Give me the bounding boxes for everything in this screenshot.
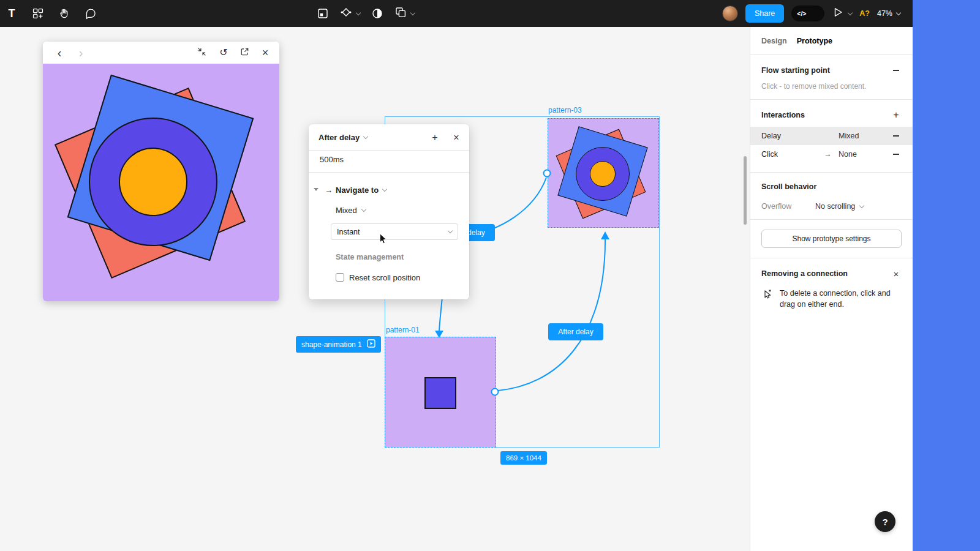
expander-caret-icon[interactable] [314, 188, 318, 191]
destination-dropdown[interactable]: Mixed [336, 206, 357, 215]
tip-body-text: To delete a connection, click and drag o… [780, 288, 902, 310]
zoom-level: 47% [877, 9, 892, 18]
divider [309, 150, 469, 151]
action-dropdown[interactable]: Navigate to [336, 186, 379, 195]
boolean-shapes-control[interactable] [394, 6, 415, 21]
close-icon: × [894, 269, 899, 279]
overflow-dropdown[interactable]: No scrolling [815, 202, 864, 211]
tab-prototype[interactable]: Prototype [797, 37, 832, 45]
user-avatar[interactable] [722, 6, 738, 21]
assets-icon [32, 7, 44, 20]
chevron-down-icon [848, 10, 853, 15]
interaction-trigger-dropdown[interactable]: After delay [318, 133, 360, 142]
frame-pattern-03[interactable] [548, 118, 659, 228]
dev-mode-icon: </> [797, 10, 806, 17]
zoom-menu[interactable]: 47% [877, 9, 900, 18]
connection-label-after-delay-2[interactable]: After delay [548, 323, 603, 340]
show-prototype-settings-button[interactable]: Show prototype settings [761, 230, 902, 248]
preview-close-button[interactable]: × [258, 46, 272, 59]
comment-icon [85, 7, 97, 20]
indigo-square-shape[interactable] [424, 377, 456, 409]
navigate-arrow-icon: → [325, 186, 333, 195]
overflow-value: No scrolling [815, 202, 855, 211]
preview-forward-button[interactable]: › [74, 46, 88, 59]
share-button[interactable]: Share [745, 4, 784, 23]
panel-tabs: Design Prototype [750, 27, 913, 55]
scroll-behavior-section: Scroll behavior Overflow No scrolling [750, 173, 913, 219]
add-interaction-button[interactable]: + [429, 132, 441, 144]
flow-section-hint: Click - to remove mixed content. [761, 82, 902, 91]
minus-icon [893, 154, 899, 155]
missing-font-badge[interactable]: A? [859, 9, 870, 18]
frame-pattern-01[interactable] [385, 337, 496, 448]
question-icon: ? [882, 517, 888, 527]
play-icon [832, 6, 844, 21]
preview-open-external-button[interactable] [238, 46, 251, 59]
comment-tool-button[interactable] [81, 4, 100, 23]
hand-tool-button[interactable] [55, 4, 74, 23]
canvas-vertical-scrollbar[interactable] [744, 156, 747, 225]
interactions-section-header: Interactions + [750, 100, 913, 127]
mask-tool-button[interactable] [368, 4, 386, 23]
frame-icon [317, 7, 329, 20]
toolbar-right-group: Share </> A? 47% [722, 0, 900, 27]
tab-design[interactable]: Design [761, 37, 787, 45]
prototype-connection-control[interactable] [340, 6, 360, 21]
text-tool-button[interactable]: T [2, 4, 21, 23]
prototype-preview-window: ‹ › ↺ × [43, 42, 279, 301]
present-control[interactable] [832, 6, 852, 21]
close-popup-button[interactable]: × [450, 132, 462, 144]
mouse-cursor [379, 233, 389, 247]
orange-circle-shape[interactable] [590, 161, 616, 187]
assets-button[interactable] [29, 4, 47, 23]
remove-interaction-button[interactable] [891, 149, 902, 160]
chevron-down-icon [859, 203, 864, 208]
remove-flow-button[interactable] [891, 65, 902, 76]
collapse-icon [197, 47, 206, 58]
delay-value-field[interactable]: 500ms [320, 155, 344, 164]
close-icon: × [262, 47, 269, 58]
delete-cursor-icon [761, 288, 774, 310]
frame-name-pattern-03[interactable]: pattern-03 [548, 106, 582, 114]
interactions-title: Interactions [761, 111, 805, 119]
frame-tool-button[interactable] [314, 4, 332, 23]
chevron-down-icon [382, 187, 387, 192]
interaction-trigger: Delay [761, 132, 824, 140]
remove-interaction-button[interactable] [891, 130, 902, 141]
interaction-row-click[interactable]: Click → None [750, 145, 913, 163]
chevron-down-icon [410, 10, 415, 15]
boolean-shapes-icon [394, 6, 407, 21]
selection-size-badge: 869 × 1044 [500, 451, 547, 465]
interaction-arrow-icon: → [824, 150, 839, 159]
dev-mode-toggle[interactable]: </> [791, 6, 824, 21]
mask-icon [371, 7, 383, 20]
open-external-icon [240, 47, 249, 58]
preview-back-button[interactable]: ‹ [53, 46, 66, 59]
preview-collapse-button[interactable] [195, 46, 208, 59]
frame-name-pattern-01[interactable]: pattern-01 [386, 326, 420, 334]
top-toolbar: T [0, 0, 913, 27]
preview-restart-button[interactable]: ↺ [217, 46, 230, 59]
play-frame-icon [367, 339, 375, 350]
toolbar-center-group [314, 0, 415, 27]
divider [750, 219, 913, 220]
reset-scroll-checkbox[interactable] [336, 273, 344, 282]
plus-icon: + [432, 132, 437, 143]
dismiss-tip-button[interactable]: × [891, 268, 902, 279]
desktop-background-strip [913, 0, 980, 551]
animation-select[interactable]: Instant [331, 223, 458, 240]
removing-connection-tip: Removing a connection × To delete a conn… [750, 258, 913, 318]
orange-circle-shape [119, 148, 187, 216]
flow-starting-point-section: Flow starting point Click - to remove mi… [750, 55, 913, 99]
minus-icon [893, 70, 899, 71]
design-canvas[interactable]: pattern-03 pattern-01 shape-animation 1 … [0, 27, 750, 551]
flow-starting-point-pill[interactable]: shape-animation 1 [296, 336, 381, 353]
interaction-row-delay[interactable]: Delay Mixed [750, 127, 913, 145]
add-interaction-button[interactable]: + [891, 110, 902, 121]
flow-section-title: Flow starting point [761, 66, 830, 75]
reset-scroll-label[interactable]: Reset scroll position [349, 273, 420, 282]
chevron-down-icon [363, 134, 368, 139]
state-management-heading: State management [336, 253, 404, 261]
text-tool-icon: T [9, 8, 15, 19]
help-button[interactable]: ? [875, 511, 895, 532]
